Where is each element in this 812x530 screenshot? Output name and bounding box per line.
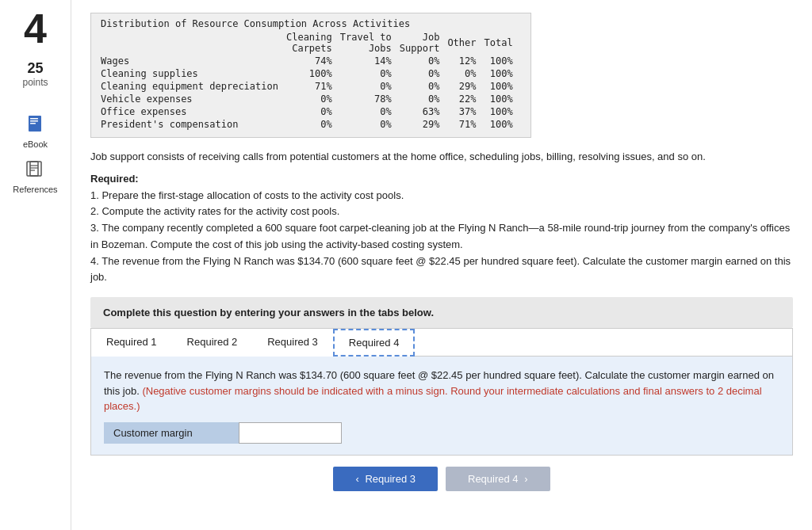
table-cell-cleaning: 100% — [286, 67, 340, 80]
table-cell-other: 29% — [447, 80, 484, 93]
complete-box-text: Complete this question by entering your … — [103, 307, 434, 318]
customer-margin-label: Customer margin — [104, 422, 239, 444]
complete-box: Complete this question by entering your … — [90, 297, 793, 328]
table-cell-other: 0% — [447, 67, 484, 80]
svg-rect-5 — [30, 162, 41, 176]
required-list: 1. Prepare the first-stage allocation of… — [90, 188, 793, 287]
points-label: points — [22, 77, 48, 88]
forward-button[interactable]: Required 4 › — [446, 467, 550, 491]
customer-margin-row: Customer margin — [104, 422, 779, 444]
table-cell-travel: 0% — [340, 118, 400, 131]
distribution-table-title: Distribution of Resource Consumption Acr… — [101, 18, 521, 29]
distribution-table-wrapper: Distribution of Resource Consumption Acr… — [90, 13, 531, 138]
answer-instruction-red: (Negative customer margins should be ind… — [104, 385, 762, 413]
required-section: Required: 1. Prepare the first-stage all… — [90, 173, 793, 287]
table-cell-cleaning: 74% — [286, 55, 340, 67]
ebook-icon — [23, 112, 48, 137]
table-cell-other: 71% — [447, 118, 484, 131]
nav-buttons: ‹ Required 3 Required 4 › — [90, 456, 793, 498]
table-row: Cleaning equipment depreciation71%0%0%29… — [101, 80, 521, 93]
table-cell-job: 0% — [400, 80, 448, 93]
svg-rect-4 — [27, 162, 38, 176]
table-cell-cleaning: 0% — [286, 105, 340, 118]
description-text: Job support consists of receiving calls … — [90, 149, 793, 165]
required-title: Required: — [90, 173, 793, 185]
table-cell-label: Vehicle expenses — [101, 93, 286, 105]
back-button-label: Required 3 — [365, 473, 416, 485]
col-header-job: JobSupport — [400, 31, 448, 55]
required-list-item: 2. Compute the activity rates for the ac… — [90, 204, 793, 220]
sidebar: 4 25 points eBook — [0, 0, 71, 530]
tab-required-4[interactable]: Required 4 — [333, 329, 416, 357]
tab-required-3[interactable]: Required 3 — [252, 329, 333, 357]
table-cell-travel: 78% — [340, 93, 400, 105]
col-header-travel: Travel toJobs — [340, 31, 400, 55]
answer-area: The revenue from the Flying N Ranch was … — [91, 357, 792, 455]
required-list-item: 4. The revenue from the Flying N Ranch w… — [90, 254, 793, 287]
table-row: Cleaning supplies100%0%0%0%100% — [101, 67, 521, 80]
table-cell-other: 37% — [447, 105, 484, 118]
table-cell-other: 12% — [447, 55, 484, 67]
table-cell-label: Wages — [101, 55, 286, 67]
table-cell-job: 63% — [400, 105, 448, 118]
references-label: References — [13, 185, 57, 194]
main-content: Distribution of Resource Consumption Acr… — [71, 0, 812, 530]
references-item[interactable]: References — [13, 157, 57, 194]
table-cell-job: 0% — [400, 67, 448, 80]
table-cell-label: President's compensation — [101, 118, 286, 131]
tabs-bar: Required 1Required 2Required 3Required 4 — [91, 329, 792, 357]
col-header-other: Other — [447, 31, 484, 55]
col-header-total: Total — [485, 31, 521, 55]
table-cell-travel: 0% — [340, 67, 400, 80]
table-cell-travel: 0% — [340, 105, 400, 118]
svg-rect-3 — [30, 123, 36, 124]
back-button[interactable]: ‹ Required 3 — [333, 467, 438, 491]
table-cell-cleaning: 71% — [286, 80, 340, 93]
distribution-table-container: Distribution of Resource Consumption Acr… — [90, 13, 793, 138]
table-row: Wages74%14%0%12%100% — [101, 55, 521, 67]
back-icon: ‹ — [355, 473, 358, 485]
table-cell-total: 100% — [485, 67, 521, 80]
tab-required-2[interactable]: Required 2 — [172, 329, 253, 357]
customer-margin-input[interactable] — [239, 422, 342, 444]
table-row: President's compensation0%0%29%71%100% — [101, 118, 521, 131]
forward-icon: › — [524, 473, 527, 485]
table-cell-label: Cleaning equipment depreciation — [101, 80, 286, 93]
table-cell-label: Office expenses — [101, 105, 286, 118]
answer-instruction: The revenue from the Flying N Ranch was … — [104, 368, 779, 414]
table-cell-job: 0% — [400, 55, 448, 67]
svg-rect-2 — [30, 120, 38, 122]
table-cell-travel: 14% — [340, 55, 400, 67]
table-cell-total: 100% — [485, 93, 521, 105]
ebook-item[interactable]: eBook — [23, 112, 48, 149]
table-cell-other: 22% — [447, 93, 484, 105]
col-header-cleaning: CleaningCarpets — [286, 31, 340, 55]
table-cell-label: Cleaning supplies — [101, 67, 286, 80]
col-header-label — [101, 31, 286, 55]
table-row: Office expenses0%0%63%37%100% — [101, 105, 521, 118]
table-cell-total: 100% — [485, 55, 521, 67]
tab-required-1[interactable]: Required 1 — [91, 329, 172, 357]
table-cell-total: 100% — [485, 118, 521, 131]
required-list-item: 1. Prepare the first-stage allocation of… — [90, 188, 793, 204]
points-box: 25 points — [22, 60, 48, 88]
required-list-item: 3. The company recently completed a 600 … — [90, 220, 793, 254]
svg-rect-1 — [30, 118, 38, 120]
table-cell-travel: 0% — [340, 80, 400, 93]
table-cell-cleaning: 0% — [286, 118, 340, 131]
ebook-label: eBook — [23, 139, 48, 149]
distribution-table: CleaningCarpets Travel toJobs JobSupport… — [101, 31, 521, 131]
table-cell-cleaning: 0% — [286, 93, 340, 105]
table-row: Vehicle expenses0%78%0%22%100% — [101, 93, 521, 105]
question-number: 4 — [24, 8, 47, 49]
tabs-answer-area: Required 1Required 2Required 3Required 4… — [90, 328, 793, 456]
table-cell-job: 29% — [400, 118, 448, 131]
points-value: 25 — [22, 60, 48, 77]
table-cell-total: 100% — [485, 80, 521, 93]
references-icon — [22, 157, 48, 182]
forward-button-label: Required 4 — [468, 473, 519, 485]
table-cell-total: 100% — [485, 105, 521, 118]
table-cell-job: 0% — [400, 93, 448, 105]
